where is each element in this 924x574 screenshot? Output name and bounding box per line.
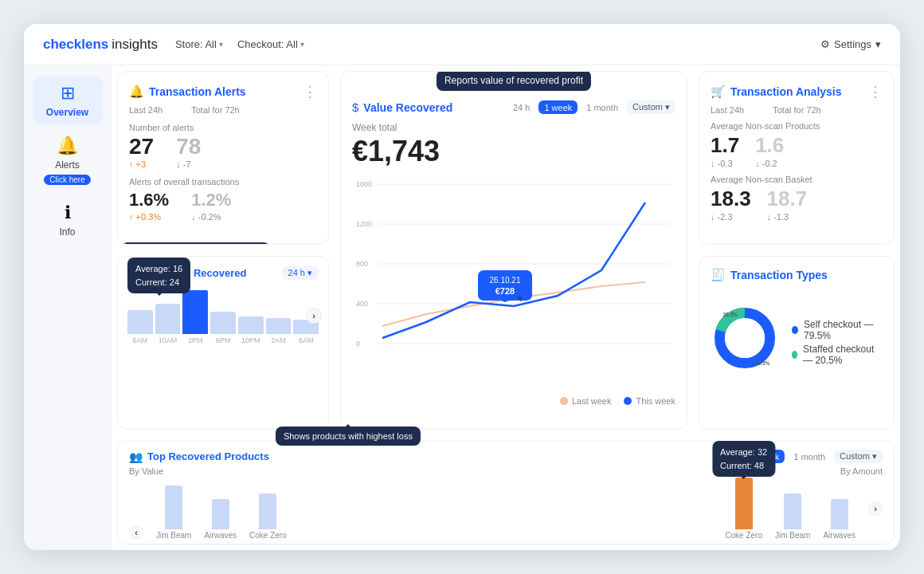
bar-label: 2AM [266, 336, 292, 344]
grid-icon: ⊞ [61, 83, 75, 104]
nonscan-basket-total: 18.7 ↓ -1.3 [767, 187, 808, 222]
legend-last-dot [560, 397, 568, 405]
bar-item [266, 318, 292, 334]
transaction-types-panel: 🧾 Transaction Types 20.5% 79.5% [699, 256, 895, 430]
bar-chart-labels: 6AM10AM2PM6PM10PM2AM6AM [127, 336, 319, 344]
transaction-analysis-title: Transaction Analysis [730, 85, 842, 98]
sidebar: ⊞ Overview 🔔 Alerts Click here ℹ Info [24, 65, 112, 550]
alerts-total-block: 78 ↓ -7 [176, 136, 201, 169]
trp-header: 👥 Top Recovered Products Shows products … [129, 450, 883, 463]
bar-label: 6AM [127, 336, 153, 344]
trp-prev-button[interactable]: ‹ [129, 525, 143, 540]
trp-bar-group-right: Average: 32Current: 48 Coke Zero [725, 478, 762, 540]
info-icon: ℹ [65, 202, 71, 223]
tab-1month[interactable]: 1 month [581, 100, 624, 114]
main-layout: ⊞ Overview 🔔 Alerts Click here ℹ Info 🔔 [24, 65, 900, 550]
trp-body: By Value ‹ Jim Beam Airwaves [129, 466, 883, 540]
donut-legend: Self checkout — 79.5% Staffed checkout —… [792, 316, 883, 366]
svg-text:20.5%: 20.5% [723, 312, 738, 317]
trp-bar [165, 486, 182, 529]
transaction-alerts-title: Transaction Alerts [149, 85, 246, 98]
tooltip-recovered-products: Displays all recovered products [121, 242, 270, 245]
trp-tab-1week[interactable]: 1 week [746, 450, 785, 463]
value-chart-svg: 1600 1200 800 400 0 [352, 175, 675, 390]
chevron-down-icon: ▾ [219, 40, 223, 49]
transaction-analysis-panel: Displays number of average non-scans per… [699, 71, 895, 245]
donut-area: 20.5% 79.5% Self checkout — 79.5% Staffe… [711, 290, 883, 386]
alerts-last-block: 27 ↑ +3 [129, 136, 154, 169]
svg-text:26.10.21: 26.10.21 [490, 276, 521, 285]
time-tabs: 24 h 1 week 1 month Custom ▾ [507, 100, 675, 114]
trp-title: Top Recovered Products [147, 450, 269, 462]
tt-icon: 🧾 [711, 268, 726, 282]
trp-icon: 👥 [129, 450, 143, 463]
bar-label: 6AM [293, 336, 319, 344]
transaction-types-title: Transaction Types [730, 269, 828, 281]
trp-right: By Amount Average: 32Current: 48 Coke Ze… [506, 466, 883, 540]
trp-bar-label: Airwaves [204, 531, 237, 540]
chart-legend: Last week This week [352, 396, 675, 406]
trp-tab-1month[interactable]: 1 month [788, 450, 831, 463]
bar-label: 10PM [238, 336, 264, 344]
logo: checklens [43, 37, 108, 53]
nonscan-products-row: 1.7 ↓ -0.3 1.6 ↓ -0.2 [711, 133, 883, 168]
sidebar-item-alerts[interactable]: 🔔 Alerts Click here [33, 129, 103, 191]
trp-bar-right-label: Jim Beam [775, 531, 810, 540]
trp-right-bars: Average: 32Current: 48 Coke Zero Jim Bea… [506, 478, 883, 540]
nonscan-products-total: 1.6 ↓ -0.2 [755, 133, 784, 168]
bar-item [155, 304, 181, 334]
transaction-alerts-panel: 🔔 Transaction Alerts ⋮ Last 24h Total fo… [117, 71, 329, 245]
svg-rect-11 [478, 270, 532, 301]
panel-menu-icon[interactable]: ⋮ [303, 83, 317, 100]
recovered-icon: 👥 [127, 267, 141, 280]
trp-bar-group-right: Jim Beam [775, 493, 810, 540]
trp-bar-right [735, 478, 753, 529]
legend-staffed-checkout: Staffed checkout — 20.5% [792, 344, 883, 366]
settings-button[interactable]: ⚙ Settings ▾ [820, 38, 881, 50]
trp-next-button[interactable]: › [868, 501, 883, 516]
chart-next-button[interactable]: › [306, 308, 322, 324]
click-here-badge[interactable]: Click here [44, 175, 90, 185]
trp-tab-custom[interactable]: Custom ▾ [834, 450, 883, 463]
svg-marker-14 [501, 301, 509, 302]
dollar-icon: $ [352, 100, 358, 114]
checkout-filter[interactable]: Checkout: All ▾ [237, 38, 304, 50]
trp-bar-group-right: Airwaves [823, 499, 855, 540]
legend-self-checkout: Self checkout — 79.5% [792, 319, 883, 341]
nonscan-products-last: 1.7 ↓ -0.3 [711, 133, 739, 168]
bar-label: 6PM [210, 336, 236, 344]
bar-chart [127, 286, 319, 334]
pct-total-block: 1.2% ↓ -0.2% [191, 190, 231, 222]
sidebar-item-info[interactable]: ℹ Info [33, 196, 103, 244]
store-filter[interactable]: Store: All ▾ [175, 38, 223, 50]
nonscan-basket-row: 18.3 ↓ -2.3 18.7 ↓ -1.3 [711, 187, 883, 222]
donut-chart: 20.5% 79.5% [711, 290, 779, 386]
trp-bar-group: Coke Zero [249, 493, 287, 540]
value-recovered-panel: Reports value of recovered profit $ Valu… [340, 71, 687, 430]
trp-bar-group: Jim Beam [156, 486, 191, 540]
time-badge[interactable]: 24 h ▾ [282, 266, 319, 280]
chevron-down-icon: ▾ [300, 40, 304, 49]
svg-point-18 [725, 318, 765, 358]
gear-icon: ⚙ [820, 38, 830, 50]
bar-item [238, 316, 264, 334]
trp-tab-24h[interactable]: 24 h [715, 450, 742, 463]
top-bar: checklens insights Store: All ▾ Checkout… [24, 24, 900, 65]
tab-24h[interactable]: 24 h [507, 100, 535, 114]
by-value-label: By Value [129, 466, 506, 476]
top-filters: Store: All ▾ Checkout: All ▾ [175, 38, 304, 50]
bar-label: 10AM [155, 336, 181, 344]
legend-this-dot [624, 397, 632, 405]
bar-item [210, 312, 236, 334]
ta-menu-icon[interactable]: ⋮ [868, 83, 883, 100]
trp-bar-label: Jim Beam [156, 531, 191, 540]
trp-bar [259, 493, 276, 529]
tab-custom[interactable]: Custom ▾ [627, 100, 675, 114]
svg-text:0: 0 [356, 340, 360, 348]
top-recovered-products-panel: 👥 Top Recovered Products Shows products … [117, 441, 895, 545]
svg-text:400: 400 [356, 300, 368, 308]
trp-bar [212, 499, 229, 529]
trp-bar-right [784, 493, 801, 529]
sidebar-item-overview[interactable]: ⊞ Overview [33, 77, 103, 124]
tab-1week[interactable]: 1 week [538, 100, 578, 114]
